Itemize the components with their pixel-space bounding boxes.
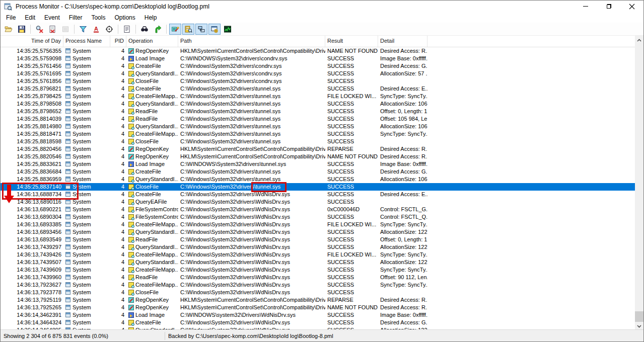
cell-process-name: System — [63, 206, 110, 213]
show-file-system-activity-button[interactable] — [182, 24, 194, 35]
column-header-detail[interactable]: Detail — [378, 36, 427, 47]
event-row[interactable]: 14:35:25,8798652System4ReadFileC:\Window… — [1, 108, 636, 115]
capture-button[interactable] — [33, 24, 45, 35]
save-button[interactable] — [16, 24, 28, 35]
show-registry-activity-button[interactable] — [169, 24, 181, 35]
menu-file[interactable]: File — [2, 13, 20, 23]
file-operation-icon — [128, 237, 134, 242]
event-row[interactable]: 14:36:14,3464324System4CreateFileC:\Wind… — [1, 319, 636, 326]
event-row[interactable]: 14:35:25,8814039System4ReadFileC:\Window… — [1, 115, 636, 123]
event-row[interactable]: 14:36:13,7439297System4QueryStandardI...… — [1, 243, 636, 251]
cell-pid: 4 — [110, 123, 126, 130]
event-row[interactable]: 14:36:13,7923627System4CreateFileMapp...… — [1, 281, 636, 289]
cell-pid: 4 — [110, 138, 126, 145]
event-row[interactable]: 14:35:25,8798425System4CreateFileMapp...… — [1, 93, 636, 100]
event-row[interactable]: 14:35:25,5759098System4Load ImageC:\WIND… — [1, 55, 636, 62]
cell-detail: SyncType: SyncTy... — [378, 266, 427, 274]
event-row[interactable]: 14:35:25,8796821System4CreateFileC:\Wind… — [1, 85, 636, 93]
operation-text: QueryStandardI... — [135, 176, 178, 182]
event-row[interactable]: 14:36:13,6890116System4QueryEAFileC:\Win… — [1, 198, 636, 206]
event-row[interactable]: 14:36:13,6890304System4FileSystemControl… — [1, 213, 636, 221]
cell-operation: CreateFile — [126, 191, 178, 198]
column-header-process-name[interactable]: Process Name — [63, 36, 110, 47]
clear-display-button[interactable] — [59, 24, 71, 35]
cell-time-of-day: 14:35:25,8814980 — [1, 123, 63, 130]
find-button[interactable] — [138, 24, 151, 35]
event-row[interactable]: 14:36:13,6893385System4CreateFileMapp...… — [1, 221, 636, 228]
event-row[interactable]: 14:36:13,7439609System4CreateFileMapp...… — [1, 266, 636, 274]
vertical-scrollbar[interactable] — [635, 36, 643, 330]
column-header-result[interactable]: Result — [325, 36, 378, 47]
registry-operation-icon — [128, 297, 134, 303]
cell-process-name: System — [63, 115, 110, 123]
event-row[interactable]: 14:35:25,8818471System4CreateFileMapp...… — [1, 130, 636, 138]
operation-text: QueryStandardI... — [135, 259, 178, 265]
event-row[interactable]: 14:36:13,6890221System4FileSystemControl… — [1, 206, 636, 213]
event-row[interactable]: 14:35:25,8836959System4QueryStandardI...… — [1, 176, 636, 183]
event-row[interactable]: 14:36:13,7923778System4CloseFileC:\Windo… — [1, 289, 636, 296]
event-row[interactable]: 14:36:13,7925119System4RegOpenKeyHKLM\Sy… — [1, 296, 636, 304]
menu-event[interactable]: Event — [40, 13, 64, 23]
cell-pid: 4 — [110, 198, 126, 206]
restore-button[interactable] — [597, 1, 620, 12]
open-file-button[interactable] — [3, 24, 15, 35]
event-row[interactable]: 14:36:13,7925265System4RegOpenKeyHKLM\Sy… — [1, 304, 636, 311]
show-profiling-events-button[interactable] — [222, 24, 234, 35]
cell-process-name: System — [63, 319, 110, 326]
scroll-up-button[interactable] — [635, 36, 643, 44]
minimize-button[interactable] — [574, 1, 597, 12]
cell-pid: 4 — [110, 281, 126, 289]
event-row[interactable]: 14:35:25,8820546System4RegOpenKeyHKLM\Sy… — [1, 153, 636, 160]
cell-process-name: System — [63, 213, 110, 221]
event-row[interactable]: 14:36:13,7439426System4CreateFileMapp...… — [1, 251, 636, 259]
event-row[interactable]: 14:36:13,6893549System4ReadFileC:\Window… — [1, 236, 636, 243]
operation-text: CreateFileMapp... — [135, 282, 178, 288]
process-icon — [65, 252, 70, 257]
event-row[interactable]: 14:36:14,3462391System4Load ImageC:\WIND… — [1, 311, 636, 319]
event-row[interactable]: 14:35:25,8836684System4CreateFileC:\Wind… — [1, 168, 636, 176]
event-row[interactable]: 14:36:13,6888734System4CreateFileC:\Wind… — [1, 191, 636, 198]
cell-pid: 4 — [110, 100, 126, 108]
event-row[interactable]: 14:35:25,5761456System4CreateFileC:\Wind… — [1, 62, 636, 70]
cell-path: C:\Windows\System32\drivers\tunnel.sys — [178, 100, 325, 108]
show-process-thread-activity-button[interactable] — [208, 24, 221, 35]
close-button[interactable] — [620, 1, 643, 12]
column-header-time-of-day[interactable]: Time of Day — [1, 36, 63, 47]
cell-result: SUCCESS — [325, 138, 378, 145]
event-row[interactable]: 14:35:25,8820456System4RegOpenKeyHKLM\Sy… — [1, 145, 636, 153]
title-bar[interactable]: Process Monitor - C:\Users\spec-komp.com… — [1, 1, 643, 12]
column-header-path[interactable]: Path — [178, 36, 325, 47]
jump-to-button[interactable] — [152, 24, 164, 35]
filter-button[interactable] — [77, 24, 89, 35]
autoscroll-button[interactable] — [46, 24, 58, 35]
include-process-from-window-button[interactable] — [103, 24, 115, 35]
cell-time-of-day: 14:35:25,5759098 — [1, 55, 63, 62]
process-icon — [65, 48, 70, 53]
menu-filter[interactable]: Filter — [64, 13, 87, 23]
column-header-operation[interactable]: Operation — [126, 36, 178, 47]
highlight-button[interactable]: A — [90, 24, 102, 35]
scrollbar-thumb[interactable] — [635, 311, 643, 322]
event-row[interactable]: 14:35:25,8814980System4QueryStandardI...… — [1, 123, 636, 130]
event-row[interactable]: 14:35:25,8798508System4QueryStandardI...… — [1, 100, 636, 108]
event-row[interactable]: 14:35:25,5761856System4CloseFileC:\Windo… — [1, 77, 636, 85]
cell-path: C:\Windows\System32\drivers\WdNisDrv.sys — [178, 243, 325, 251]
event-row[interactable]: 14:35:25,5761695System4QueryStandardI...… — [1, 70, 636, 77]
cell-time-of-day: 14:35:25,8814039 — [1, 115, 63, 123]
cell-detail: Desired Access: R... — [378, 296, 427, 304]
cell-operation: ReadFile — [126, 274, 178, 281]
event-row-selected[interactable]: 14:35:25,8837140System4CloseFileC:\Windo… — [1, 183, 636, 191]
event-row[interactable]: 14:35:25,8818598System4CloseFileC:\Windo… — [1, 138, 636, 145]
event-row[interactable]: 14:35:25,8833621System4Load ImageC:\WIND… — [1, 160, 636, 168]
show-network-activity-button[interactable] — [195, 24, 207, 35]
event-row[interactable]: 14:36:13,6893456System4QueryStandardI...… — [1, 228, 636, 236]
menu-tools[interactable]: Tools — [87, 13, 110, 23]
menu-options[interactable]: Options — [110, 13, 139, 23]
event-properties-button[interactable] — [121, 24, 133, 35]
menu-help[interactable]: Help — [140, 13, 162, 23]
menu-edit[interactable]: Edit — [20, 13, 40, 23]
event-row[interactable]: 14:36:13,7439507System4QueryStandardI...… — [1, 259, 636, 266]
event-row[interactable]: 14:36:13,7439960System4ReadFileC:\Window… — [1, 274, 636, 281]
column-header-pid[interactable]: PID — [110, 36, 126, 47]
event-row[interactable]: 14:35:25,5756355System4RegOpenKeyHKLM\Sy… — [1, 47, 636, 55]
